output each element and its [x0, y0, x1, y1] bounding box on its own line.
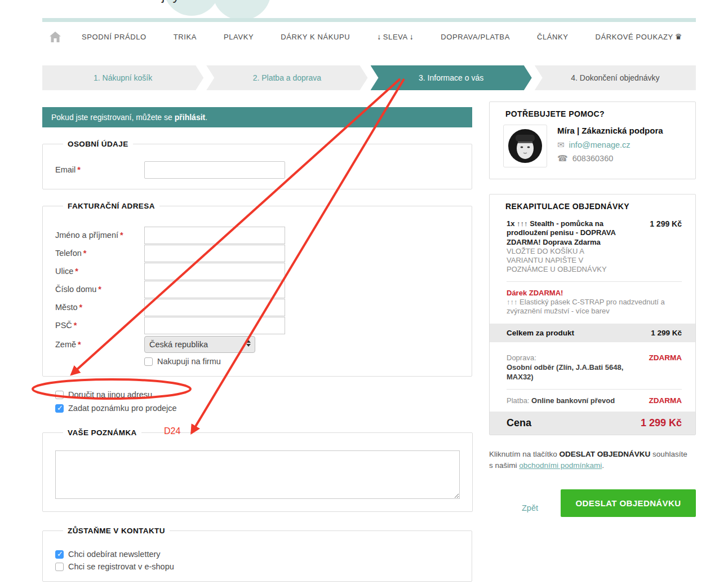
nav-item-darkove-poukazy[interactable]: DÁRKOVÉ POUKAZY ♛	[596, 32, 682, 41]
house-number-label: Číslo domu*	[55, 285, 144, 294]
back-link[interactable]: Zpět	[522, 503, 538, 517]
house-number-field[interactable]	[144, 281, 285, 298]
personal-data-section: OSOBNÍ ÚDAJE Email*	[42, 140, 472, 189]
order-note-textarea[interactable]	[55, 450, 460, 499]
seller-note-checkbox[interactable]	[55, 404, 64, 413]
required-marker: *	[74, 321, 77, 330]
country-selected-value: Česká republika	[149, 340, 208, 349]
phone-field[interactable]	[144, 245, 285, 262]
gift-description: ↑↑↑ Elastický pásek C-STRAP pro nadzvedn…	[507, 298, 682, 316]
select-arrows-icon	[246, 340, 251, 347]
newsletter-checkbox[interactable]	[55, 550, 64, 559]
email-label: Email*	[55, 165, 144, 174]
home-button[interactable]	[42, 32, 68, 42]
payment-row: Platba: Online bankovní převod ZDARMA	[490, 390, 695, 412]
phone-icon: ☎	[557, 153, 568, 163]
subtotal-price: 1 299 Kč	[651, 329, 682, 337]
shipping-price: ZDARMA	[649, 353, 682, 382]
logo-tagline: s módou do trojky	[64, 0, 180, 3]
stay-in-contact-section: ZŮSTAŇME V KONTAKTU Chci odebírat newsle…	[42, 527, 472, 582]
register-eshop-row[interactable]: Chci se registrovat v e-shopu	[55, 562, 459, 571]
deliver-other-address-label: Doručit na jinou adresu	[68, 390, 152, 399]
total-band: Cena 1 299 Kč	[490, 412, 695, 435]
order-form: Pokud jste registrovaní, můžete se přihl…	[42, 107, 472, 582]
envelope-icon: ✉	[557, 140, 565, 150]
gift-title: Dárek ZDARMA!	[507, 289, 682, 298]
deliver-other-address-row[interactable]: Doručit na jinou adresu	[55, 390, 472, 399]
login-link[interactable]: přihlásit	[175, 113, 205, 122]
login-banner: Pokud jste registrovaní, můžete se přihl…	[42, 107, 472, 127]
street-label: Ulice*	[55, 267, 144, 276]
billing-address-title: FAKTURAČNÍ ADRESA	[63, 202, 159, 210]
submit-order-button[interactable]: ODESLAT OBJEDNÁVKU	[561, 489, 696, 517]
country-select[interactable]: Česká republika	[144, 336, 255, 353]
nav-item-doprava-platba[interactable]: DOPRAVA/PLATBA	[441, 33, 510, 41]
name-label: Jméno a příjmení*	[55, 231, 144, 240]
order-options: Doručit na jinou adresu Zadat poznámku p…	[55, 390, 472, 413]
name-field[interactable]	[144, 227, 285, 244]
nav-item-trika[interactable]: TRIKA	[174, 33, 197, 41]
support-avatar	[503, 125, 547, 167]
required-marker: *	[75, 267, 78, 276]
nav-item-clanky[interactable]: ČLÁNKY	[537, 33, 569, 41]
seller-note-label: Zadat poznámku pro prodejce	[68, 404, 177, 413]
company-purchase-checkbox[interactable]	[144, 357, 153, 366]
summary-item-price: 1 299 Kč	[650, 219, 682, 275]
crown-icon: ♛	[675, 32, 682, 41]
payment-price: ZDARMA	[649, 396, 682, 405]
nav-item-plavky[interactable]: PLAVKY	[224, 33, 254, 41]
subtotal-band: Celkem za produkt 1 299 Kč	[490, 324, 695, 342]
payment-label: Platba:	[507, 396, 529, 405]
your-note-title: VAŠE POZNÁMKA	[63, 428, 141, 437]
company-purchase-label: Nakupuji na firmu	[157, 357, 221, 366]
shipping-label: Doprava:	[507, 353, 536, 362]
checkout-page: s módou do trojky SPODNÍ PRÁDLO TRIKA PL…	[0, 0, 728, 588]
support-avatar-photo	[507, 128, 544, 164]
home-icon	[50, 32, 61, 42]
city-label: Město*	[55, 303, 144, 312]
order-summary-title: REKAPITULACE OBJEDNÁVKY	[501, 202, 634, 211]
total-label: Cena	[507, 417, 531, 429]
country-label: Země*	[55, 340, 144, 349]
shipping-method: Osobní odběr (Zlín, J.A.Bati 5648, MAX32…	[507, 363, 623, 381]
required-marker: *	[83, 249, 87, 258]
step-your-information: 3. Informace o vás	[371, 65, 532, 90]
newsletter-row[interactable]: Chci odebírat newslettery	[55, 550, 459, 559]
street-field[interactable]	[144, 263, 285, 280]
your-note-section: VAŠE POZNÁMKA	[42, 428, 473, 512]
logo-circle	[212, 0, 271, 20]
shop-logo[interactable]: s módou do trojky	[48, 0, 285, 7]
register-eshop-label: Chci se registrovat v e-shopu	[68, 562, 174, 571]
nav-item-darky-k-nakupu[interactable]: DÁRKY K NÁKUPU	[281, 33, 350, 41]
order-sidebar: POTŘEBUJETE POMOC? Míra | Zákaznická pod…	[489, 95, 696, 517]
summary-item-name: 1x ↑↑↑ Stealth - pomůcka na prodloužení …	[507, 219, 615, 246]
need-help-title: POTŘEBUJETE POMOC?	[501, 109, 609, 118]
register-eshop-checkbox[interactable]	[55, 563, 64, 571]
down-arrow-icon: ↓	[410, 32, 414, 41]
nav-item-spodni-pradlo[interactable]: SPODNÍ PRÁDLO	[82, 33, 147, 41]
payment-method: Online bankovní převod	[531, 396, 615, 405]
step-cart[interactable]: 1. Nákupní košík	[42, 65, 203, 90]
required-marker: *	[78, 340, 81, 349]
terms-button-name: ODESLAT OBJEDNÁVKU	[560, 450, 651, 458]
checkout-steps: 1. Nákupní košík 2. Platba a doprava 3. …	[42, 65, 696, 90]
phone-label: Telefon*	[55, 249, 144, 258]
required-marker: *	[120, 231, 123, 240]
zip-field[interactable]	[144, 317, 285, 334]
support-email-link[interactable]: info@menage.cz	[569, 140, 631, 149]
nav-item-sleva[interactable]: ↓ SLEVA ↓	[377, 32, 414, 41]
shipping-row: Doprava: Osobní odběr (Zlín, J.A.Bati 56…	[490, 342, 695, 382]
seller-note-row[interactable]: Zadat poznámku pro prodejce	[55, 404, 472, 413]
city-field[interactable]	[144, 299, 285, 316]
gift-row: Dárek ZDARMA! ↑↑↑ Elastický pásek C-STRA…	[490, 282, 695, 316]
deliver-other-address-checkbox[interactable]	[55, 391, 64, 399]
step-payment-shipping[interactable]: 2. Platba a doprava	[206, 65, 367, 90]
terms-text: Kliknutím na tlačítko ODESLAT OBJEDNÁVKU…	[489, 449, 692, 472]
company-purchase-checkbox-row[interactable]: Nakupuji na firmu	[144, 357, 459, 366]
main-nav: SPODNÍ PRÁDLO TRIKA PLAVKY DÁRKY K NÁKUP…	[42, 23, 696, 50]
email-field[interactable]	[144, 161, 285, 179]
total-price: 1 299 Kč	[641, 417, 682, 429]
required-marker: *	[77, 165, 81, 174]
terms-link[interactable]: obchodními podmínkami	[519, 461, 602, 470]
order-actions: Zpět ODESLAT OBJEDNÁVKU	[489, 489, 696, 517]
